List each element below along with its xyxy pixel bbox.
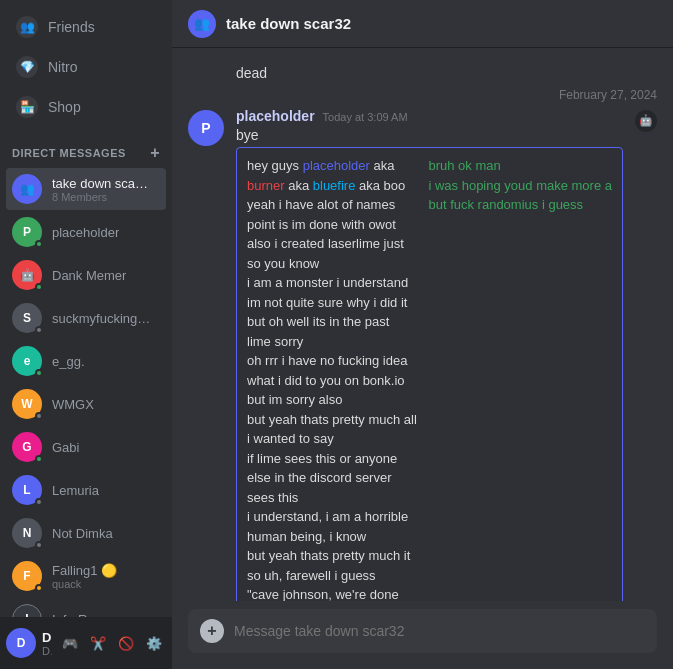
avatar: 👥	[12, 174, 42, 204]
message-line: "cave johnson, we're done here."	[247, 585, 420, 601]
avatar: I	[12, 604, 42, 617]
message-line: lime sorry	[247, 332, 420, 352]
sidebar-item-friends[interactable]: 👥 Friends	[8, 8, 164, 46]
mention-alt: bluefire	[313, 178, 356, 193]
message-input-container: +	[188, 609, 657, 653]
user-avatar: D	[6, 628, 36, 658]
avatar: W	[12, 389, 42, 419]
deafen-button[interactable]: 🚫	[114, 631, 138, 655]
status-indicator	[35, 498, 43, 506]
message-selection-box: hey guys placeholder aka burner aka blue…	[236, 147, 623, 601]
avatar: G	[12, 432, 42, 462]
sidebar-nav: 👥 Friends 💎 Nitro 🏪 Shop	[0, 0, 172, 128]
status-indicator	[35, 283, 43, 291]
small-robot-icon: 🤖	[635, 110, 657, 132]
avatar: P	[12, 217, 42, 247]
message-line: but yeah thats pretty much it	[247, 546, 420, 566]
chat-header: 👥 take down scar32	[172, 0, 673, 48]
message-line: also i created laserlime just so you kno…	[247, 234, 420, 273]
dm-item-not-dimka[interactable]: N Not Dimka	[6, 512, 166, 554]
message-line: but yeah thats pretty much all i wanted …	[247, 410, 420, 449]
message-text: dead	[236, 65, 267, 81]
dm-item-name: Gabi	[52, 440, 79, 455]
messages-container: dead February 27, 2024 P placeholder Tod…	[172, 48, 673, 601]
message-line: if lime sees this or anyone else in the …	[247, 449, 420, 508]
message-text: bye	[236, 126, 623, 146]
nitro-icon: 💎	[16, 56, 38, 78]
chat-header-name: take down scar32	[226, 15, 351, 32]
sidebar-item-nitro[interactable]: 💎 Nitro	[8, 48, 164, 86]
sidebar-item-label: Nitro	[48, 59, 78, 75]
dm-item-e-gg[interactable]: e e_gg.	[6, 340, 166, 382]
dm-header: Direct Messages +	[0, 128, 172, 166]
message-box-side-text: bruh ok mani was hoping youd make more a…	[428, 156, 612, 601]
status-indicator	[35, 369, 43, 377]
mention-alt: burner	[247, 178, 285, 193]
status-indicator	[35, 326, 43, 334]
dm-item-wmgx[interactable]: W WMGX	[6, 383, 166, 425]
avatar: S	[12, 303, 42, 333]
dm-item-dank-memer[interactable]: 🤖 Dank Memer	[6, 254, 166, 296]
dm-item-info: take down scar32 8 Members	[52, 176, 152, 203]
mention: placeholder	[303, 158, 370, 173]
message-group: P placeholder Today at 3:09 AM bye hey g…	[188, 108, 657, 601]
settings-button[interactable]: ⚙️	[142, 631, 166, 655]
message-line: but im sorry also	[247, 390, 420, 410]
dm-item-sub: 8 Members	[52, 191, 152, 203]
avatar: e	[12, 346, 42, 376]
gamepad-button[interactable]: 🎮	[58, 631, 82, 655]
message-input[interactable]	[234, 623, 645, 639]
message-line: point is im done with owot	[247, 215, 420, 235]
user-bar-info: Dimka Do No...	[42, 630, 52, 657]
avatar: 🤖	[12, 260, 42, 290]
dm-item-name: Not Dimka	[52, 526, 113, 541]
sidebar-item-label: Friends	[48, 19, 95, 35]
dm-item-name: take down scar32	[52, 176, 152, 191]
dm-item-falling1[interactable]: F Falling1 🟡 quack	[6, 555, 166, 597]
user-bar: D Dimka Do No... 🎮 ✂️ 🚫 ⚙️	[0, 617, 172, 669]
message-line: oh rrr i have no fucking idea what i did…	[247, 351, 420, 390]
dm-item-suckmyfuckingdickgr[interactable]: S suckmyfuckingdickgr...	[6, 297, 166, 339]
mute-button[interactable]: ✂️	[86, 631, 110, 655]
date-divider: February 27, 2024	[188, 88, 657, 102]
message-line: yeah i have alot of names	[247, 195, 420, 215]
status-indicator	[35, 455, 43, 463]
dm-item-name: Lemuria	[52, 483, 99, 498]
dm-item-placeholder[interactable]: P placeholder	[6, 211, 166, 253]
dm-item-name: placeholder	[52, 225, 119, 240]
status-indicator	[35, 412, 43, 420]
new-dm-button[interactable]: +	[150, 144, 160, 162]
attach-button[interactable]: +	[200, 619, 224, 643]
dm-item-lemuria[interactable]: L Lemuria	[6, 469, 166, 511]
reaction-icon: 🤖	[635, 110, 657, 132]
message-timestamp: Today at 3:09 AM	[323, 111, 408, 123]
sidebar-item-shop[interactable]: 🏪 Shop	[8, 88, 164, 126]
dm-item-name: suckmyfuckingdickgr...	[52, 311, 152, 326]
dm-item-take-down-scar32[interactable]: 👥 take down scar32 8 Members	[6, 168, 166, 210]
message-box-main: hey guys placeholder aka burner aka blue…	[247, 156, 420, 601]
user-bar-name: Dimka	[42, 630, 52, 645]
message-line: hey guys placeholder aka burner aka blue…	[247, 156, 420, 195]
date-divider-text: February 27, 2024	[559, 88, 657, 102]
message-box-row: hey guys placeholder aka burner aka blue…	[247, 156, 612, 601]
avatar: L	[12, 475, 42, 505]
avatar: F	[12, 561, 42, 591]
dm-header-label: Direct Messages	[12, 147, 126, 159]
dm-item-infraraven[interactable]: I InfraRaven	[6, 598, 166, 617]
message-line: i am a monster i understand	[247, 273, 420, 293]
message-line: im not quite sure why i did it but oh we…	[247, 293, 420, 332]
status-indicator	[35, 584, 43, 592]
friends-icon: 👥	[16, 16, 38, 38]
dm-item-gabi[interactable]: G Gabi	[6, 426, 166, 468]
message-content: placeholder Today at 3:09 AM bye hey guy…	[236, 108, 623, 601]
dm-item-name: WMGX	[52, 397, 94, 412]
user-bar-status: Do No...	[42, 645, 52, 657]
message-line: so uh, farewell i guess	[247, 566, 420, 586]
message-line: i understand, i am a horrible human bein…	[247, 507, 420, 546]
dm-item-sub: quack	[52, 578, 117, 590]
message-username: placeholder	[236, 108, 315, 124]
status-indicator	[35, 240, 43, 248]
status-indicator	[35, 541, 43, 549]
user-bar-actions: 🎮 ✂️ 🚫 ⚙️	[58, 631, 166, 655]
dm-item-name: e_gg.	[52, 354, 85, 369]
